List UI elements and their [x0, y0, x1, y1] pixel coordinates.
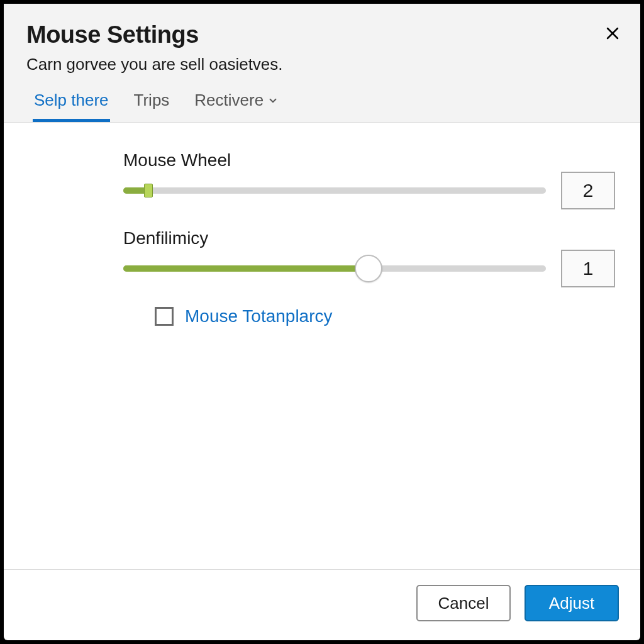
mouse-wheel-label: Mouse Wheel: [123, 150, 615, 170]
mouse-totanplarcy-label[interactable]: Mouse Totanplarcy: [185, 306, 333, 326]
denfilimicy-slider[interactable]: [123, 256, 546, 281]
mouse-wheel-slider[interactable]: [123, 178, 546, 203]
mouse-totanplarcy-row: Mouse Totanplarcy: [155, 306, 615, 326]
tab-selp-there[interactable]: Selp there: [33, 86, 110, 122]
dialog-body: Mouse Wheel 2 Denfilimicy: [4, 123, 640, 569]
denfilimicy-value[interactable]: 1: [561, 250, 615, 287]
close-icon: [605, 26, 620, 43]
mouse-wheel-value[interactable]: 2: [561, 172, 615, 209]
slider-thumb[interactable]: [144, 184, 153, 197]
tab-label: Rectivere: [194, 91, 264, 110]
close-button[interactable]: [601, 23, 624, 45]
slider-thumb[interactable]: [355, 255, 382, 282]
tab-trips[interactable]: Trips: [133, 86, 171, 122]
tab-label: Selp there: [34, 91, 109, 110]
tabs: Selp there Trips Rectivere: [26, 86, 618, 122]
mouse-totanplarcy-checkbox[interactable]: [155, 307, 174, 326]
dialog-title: Mouse Settings: [26, 21, 618, 48]
denfilimicy-label: Denfilimicy: [123, 228, 615, 248]
cancel-button[interactable]: Cancel: [416, 585, 511, 621]
tab-rectivere[interactable]: Rectivere: [193, 86, 280, 122]
dialog-footer: Cancel Adjust: [4, 569, 640, 640]
dialog-subtitle: Carn gorvee you are sell oasietves.: [26, 55, 618, 74]
slider-track-bg: [123, 187, 546, 194]
adjust-button[interactable]: Adjust: [525, 585, 619, 621]
mouse-wheel-row: Mouse Wheel 2: [29, 150, 615, 209]
denfilimicy-row: Denfilimicy 1: [29, 228, 615, 287]
chevron-down-icon: [267, 95, 279, 106]
tab-label: Trips: [134, 91, 170, 110]
mouse-settings-dialog: Mouse Settings Carn gorvee you are sell …: [4, 4, 640, 640]
slider-track-fill: [123, 265, 369, 272]
dialog-header: Mouse Settings Carn gorvee you are sell …: [4, 4, 640, 123]
